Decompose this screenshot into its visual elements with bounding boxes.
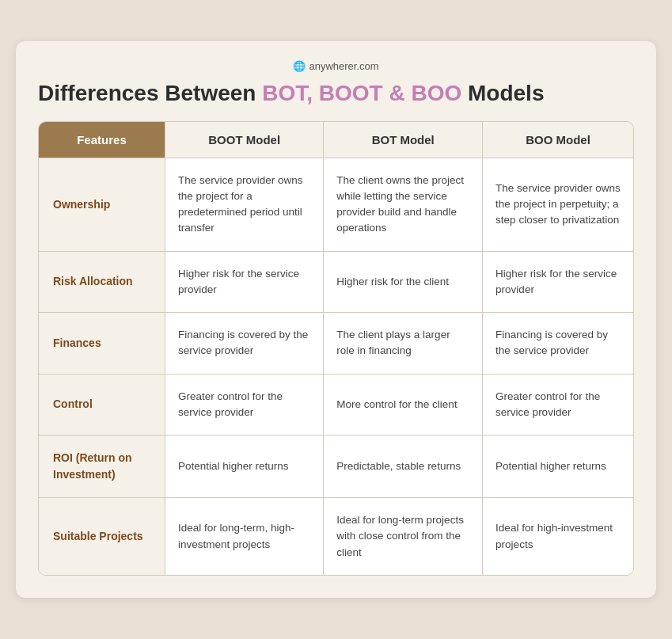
table-row: Risk AllocationHigher risk for the servi… <box>39 252 633 314</box>
boot-cell-5: Ideal for long-term, high-investment pro… <box>165 498 324 575</box>
page-title: Differences Between BOT, BOOT & BOO Mode… <box>38 80 634 107</box>
feature-cell-3: Control <box>39 375 165 436</box>
logo-area: 🌐 anywherer.com <box>38 60 634 72</box>
table-row: FinancesFinancing is covered by the serv… <box>39 313 633 375</box>
boo-cell-4: Potential higher returns <box>483 436 633 498</box>
feature-cell-1: Risk Allocation <box>39 252 165 314</box>
col-header-boot: BOOT Model <box>165 122 324 158</box>
title-suffix: Models <box>461 81 544 105</box>
bot-cell-2: The client plays a larger role in financ… <box>324 313 483 375</box>
table-row: ControlGreater control for the service p… <box>39 375 633 436</box>
table-row: Suitable ProjectsIdeal for long-term, hi… <box>39 498 633 575</box>
boot-cell-1: Higher risk for the service provider <box>165 252 324 314</box>
col-header-boo: BOO Model <box>483 122 633 158</box>
table-row: OwnershipThe service provider owns the p… <box>39 158 633 252</box>
table-header-row: Features BOOT Model BOT Model BOO Model <box>39 122 633 158</box>
title-prefix: Differences Between <box>38 81 262 105</box>
bot-cell-0: The client owns the project while lettin… <box>324 158 483 252</box>
bot-cell-3: More control for the client <box>324 375 483 436</box>
boot-cell-0: The service provider owns the project fo… <box>165 158 324 252</box>
feature-cell-2: Finances <box>39 313 165 375</box>
boo-cell-1: Higher risk for the service provider <box>483 252 633 314</box>
logo-label: anywherer.com <box>309 60 378 72</box>
boo-cell-5: Ideal for high-investment projects <box>483 498 633 575</box>
logo-text: 🌐 anywherer.com <box>38 60 634 72</box>
col-header-features: Features <box>39 122 165 158</box>
main-container: 🌐 anywherer.com Differences Between BOT,… <box>16 41 656 598</box>
comparison-table: Features BOOT Model BOT Model BOO Model … <box>38 121 634 576</box>
boot-cell-3: Greater control for the service provider <box>165 375 324 436</box>
bot-cell-1: Higher risk for the client <box>324 252 483 314</box>
boot-cell-2: Financing is covered by the service prov… <box>165 313 324 375</box>
feature-cell-4: ROI (Return on Investment) <box>39 436 165 498</box>
boot-cell-4: Potential higher returns <box>165 436 324 498</box>
globe-icon: 🌐 <box>293 60 306 72</box>
title-highlight: BOT, BOOT & BOO <box>262 81 461 105</box>
feature-cell-0: Ownership <box>39 158 165 252</box>
table-row: ROI (Return on Investment)Potential high… <box>39 436 633 498</box>
bot-cell-4: Predictable, stable returns <box>324 436 483 498</box>
col-header-bot: BOT Model <box>324 122 483 158</box>
bot-cell-5: Ideal for long-term projects with close … <box>324 498 483 575</box>
feature-cell-5: Suitable Projects <box>39 498 165 575</box>
boo-cell-2: Financing is covered by the service prov… <box>483 313 633 375</box>
boo-cell-0: The service provider owns the project in… <box>483 158 633 252</box>
boo-cell-3: Greater control for the service provider <box>483 375 633 436</box>
